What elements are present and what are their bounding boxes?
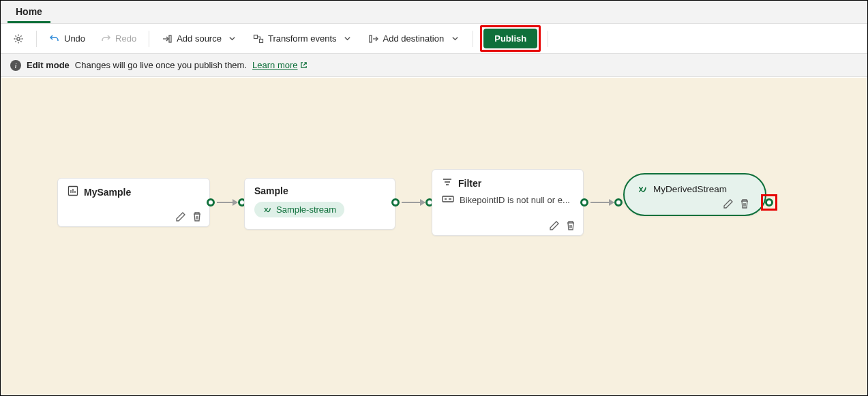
delete-icon[interactable]	[739, 198, 750, 209]
toolbar-separator	[548, 31, 548, 47]
chevron-down-icon	[227, 33, 238, 44]
filter-icon	[442, 177, 453, 189]
edge	[402, 202, 425, 203]
undo-button[interactable]: Undo	[44, 30, 91, 48]
toolbar-separator	[473, 31, 473, 47]
edit-mode-label: Edit mode	[27, 60, 70, 70]
edge	[590, 202, 614, 203]
undo-icon	[49, 33, 60, 44]
bar-chart-icon	[68, 185, 78, 198]
info-bar: i Edit mode Changes will go live once yo…	[1, 54, 867, 77]
node-source[interactable]: MySample	[57, 178, 210, 227]
edit-icon[interactable]	[549, 220, 560, 231]
port-out[interactable]	[391, 198, 400, 207]
tab-home[interactable]: Home	[8, 1, 50, 23]
node-filter[interactable]: Filter BikepointID is not null or e...	[432, 169, 584, 236]
toolbar-separator	[36, 31, 37, 47]
stream-icon	[637, 184, 648, 197]
gear-icon	[13, 33, 24, 44]
info-icon: i	[10, 60, 21, 71]
edit-icon[interactable]	[175, 211, 186, 222]
settings-button[interactable]	[8, 30, 29, 48]
publish-button[interactable]: Publish	[483, 29, 537, 48]
chevron-down-icon	[342, 33, 353, 44]
node-destination-title: MyDerivedStream	[653, 184, 727, 194]
node-filter-title: Filter	[458, 178, 481, 189]
toolbar: Undo Redo Add source Transform events	[1, 24, 867, 54]
port-highlight	[761, 194, 777, 211]
port-out[interactable]	[580, 198, 588, 207]
chevron-down-icon	[449, 33, 460, 44]
port-out[interactable]	[207, 198, 215, 207]
svg-rect-6	[443, 196, 453, 202]
add-destination-label: Add destination	[383, 33, 445, 44]
transform-label: Transform events	[268, 33, 337, 44]
node-sample-title: Sample	[254, 185, 288, 196]
edge	[217, 202, 237, 203]
svg-point-0	[17, 37, 20, 40]
node-destination[interactable]: MyDerivedStream	[623, 173, 766, 216]
sample-stream-label: Sample-stream	[276, 204, 336, 215]
add-source-icon	[162, 33, 173, 44]
info-message: Changes will go live once you publish th…	[75, 60, 247, 70]
svg-rect-3	[259, 39, 263, 42]
expression-icon	[442, 195, 454, 205]
redo-icon	[100, 33, 111, 44]
add-source-label: Add source	[177, 33, 222, 44]
edit-icon[interactable]	[723, 198, 734, 209]
external-link-icon	[300, 61, 308, 69]
svg-rect-4	[370, 35, 372, 42]
node-sample[interactable]: Sample Sample-stream	[244, 178, 395, 230]
svg-rect-2	[254, 35, 257, 38]
delete-icon[interactable]	[192, 211, 203, 222]
redo-button[interactable]: Redo	[95, 30, 142, 48]
delete-icon[interactable]	[565, 220, 576, 231]
learn-more-link[interactable]: Learn more	[252, 60, 307, 70]
sample-stream-chip[interactable]: Sample-stream	[254, 202, 344, 217]
undo-label: Undo	[64, 33, 85, 44]
node-source-title: MySample	[84, 187, 131, 198]
redo-label: Redo	[115, 33, 136, 44]
tab-strip: Home	[1, 1, 867, 24]
learn-more-label: Learn more	[252, 60, 297, 70]
toolbar-separator	[149, 31, 149, 47]
add-destination-button[interactable]: Add destination	[363, 30, 466, 48]
filter-expression: BikepointID is not null or e...	[460, 195, 570, 205]
add-source-button[interactable]: Add source	[156, 30, 243, 48]
transform-events-button[interactable]: Transform events	[248, 30, 359, 48]
port-in[interactable]	[614, 198, 623, 207]
publish-highlight: Publish	[480, 25, 541, 52]
transform-icon	[253, 33, 264, 44]
flow-canvas[interactable]: MySample Sample Sample-stream	[1, 78, 867, 395]
add-destination-icon	[368, 33, 379, 44]
svg-rect-1	[169, 35, 171, 42]
